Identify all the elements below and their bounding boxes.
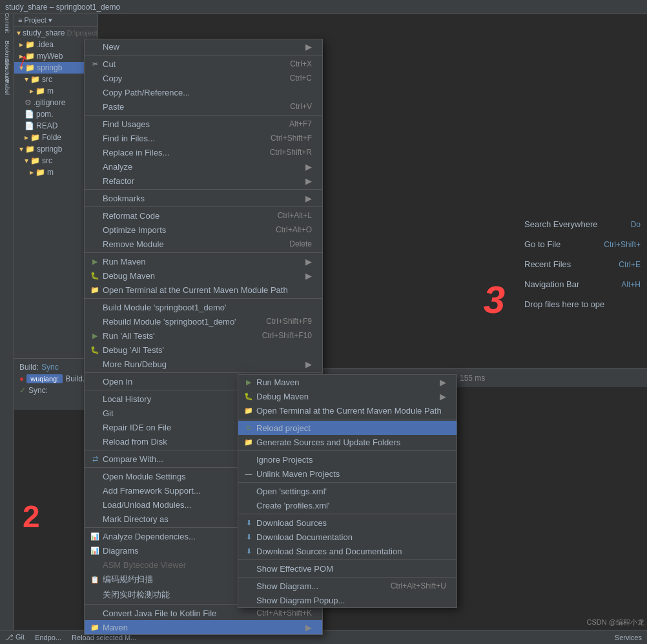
cut-shortcut: Ctrl+X — [290, 59, 312, 68]
submenu-reload-project[interactable]: ↻ Reload project — [238, 421, 457, 435]
menu-find-files[interactable]: Find in Files... Ctrl+Shift+F — [85, 131, 322, 145]
menu-reformat[interactable]: Reformat Code Ctrl+Alt+L — [85, 208, 322, 223]
submenu-show-diagram[interactable]: Show Diagram... Ctrl+Alt+Shift+U — [238, 579, 457, 593]
submenu-download-sources[interactable]: ⬇ Download Sources — [238, 516, 457, 530]
menu-debug-maven-label: Debug Maven — [103, 271, 300, 281]
submenu-show-diagram-popup[interactable]: Show Diagram Popup... — [238, 593, 457, 607]
submenu-download-docs[interactable]: ⬇ Download Documentation — [238, 530, 457, 544]
build-sync-label: Sync: — [28, 386, 48, 395]
menu-open-terminal-maven[interactable]: 📁 Open Terminal at the Current Maven Mod… — [85, 283, 322, 297]
run-all-tests-shortcut: Ctrl+Shift+F10 — [262, 331, 312, 340]
submenu-run-maven[interactable]: ▶ Run Maven ▶ — [238, 375, 457, 389]
menu-copy-path[interactable]: Copy Path/Reference... — [85, 85, 322, 99]
coding-scan-icon: 📋 — [90, 574, 100, 585]
menu-debug-all-tests[interactable]: 🐛 Debug 'All Tests' — [85, 343, 322, 357]
menu-refactor[interactable]: Refactor ▶ — [85, 174, 322, 188]
submenu-open-settings[interactable]: Open 'settings.xml' — [238, 484, 457, 498]
load-unload-icon — [90, 499, 100, 510]
shortcut-nav-key: Alt+H — [621, 280, 641, 289]
diagrams-icon: 📊 — [90, 545, 100, 556]
divider-4 — [85, 206, 322, 207]
submenu-ignore-projects[interactable]: Ignore Projects — [238, 452, 457, 467]
refactor-arrow: ▶ — [305, 176, 312, 186]
menu-optimize[interactable]: Optimize Imports Ctrl+Alt+O — [85, 223, 322, 237]
activity-jrebel[interactable]: JRebel — [1, 80, 13, 92]
submenu-show-diagram-popup-label: Show Diagram Popup... — [256, 596, 446, 605]
menu-paste[interactable]: Paste Ctrl+V — [85, 99, 322, 114]
menu-optimize-label: Optimize Imports — [103, 225, 265, 235]
add-framework-icon — [90, 485, 100, 496]
compare-with-icon: ⇄ — [90, 454, 100, 464]
copy-icon — [90, 73, 100, 83]
menu-maven[interactable]: 📁 Maven ▶ — [85, 620, 322, 634]
menu-run-all-tests[interactable]: ▶ Run 'All Tests' Ctrl+Shift+F10 — [85, 328, 322, 343]
submenu-debug-maven[interactable]: 🐛 Debug Maven ▶ — [238, 389, 457, 403]
menu-find-usages[interactable]: Find Usages Alt+F7 — [85, 117, 322, 131]
panel-header: ≡ Project ▾ — [14, 14, 98, 27]
shortcut-goto-file: Go to File Ctrl+Shift+ — [524, 239, 641, 249]
asm-icon — [90, 559, 100, 570]
divider-3 — [85, 189, 322, 190]
bookmarks-icon — [90, 193, 100, 203]
paste-shortcut: Ctrl+V — [290, 102, 312, 111]
submenu-show-diagram-shortcut: Ctrl+Alt+Shift+U — [391, 581, 446, 590]
submenu-download-both-icon: ⬇ — [243, 546, 254, 556]
menu-copy-path-label: Copy Path/Reference... — [103, 88, 312, 97]
activity-commit[interactable]: Commit — [1, 17, 13, 28]
status-services[interactable]: Services — [615, 634, 642, 641]
shortcut-goto-label: Go to File — [524, 239, 560, 249]
submenu-unlink-icon: — — [243, 468, 254, 479]
menu-bookmarks[interactable]: Bookmarks ▶ — [85, 191, 322, 205]
menu-copy[interactable]: Copy Ctrl+C — [85, 71, 322, 85]
submenu-open-terminal[interactable]: 📁 Open Terminal at the Current Maven Mod… — [238, 403, 457, 418]
copy-path-icon — [90, 87, 100, 97]
replace-files-icon — [90, 147, 100, 157]
disable-realtime-icon — [90, 590, 100, 600]
maven-icon: 📁 — [90, 622, 100, 632]
shortcut-goto-key: Ctrl+Shift+ — [604, 240, 641, 249]
submenu-download-sources-icon: ⬇ — [243, 518, 254, 528]
submenu-generate-label: Generate Sources and Update Folders — [256, 438, 446, 447]
submenu-unlink-maven[interactable]: — Unlink Maven Projects — [238, 467, 457, 481]
status-endpoints[interactable]: Endpo... — [35, 634, 61, 641]
maven-arrow: ▶ — [305, 623, 312, 632]
menu-more-run-debug[interactable]: More Run/Debug ▶ — [85, 357, 322, 371]
tree-root[interactable]: ▾ study_share D:\projects\study_share — [14, 27, 98, 39]
submenu-divider-4 — [238, 514, 457, 514]
submenu-show-effective-pom[interactable]: Show Effective POM — [238, 561, 457, 576]
menu-debug-maven[interactable]: 🐛 Debug Maven ▶ — [85, 268, 322, 283]
run-all-tests-icon: ▶ — [90, 330, 100, 341]
menu-rebuild-module-label: Rebuild Module 'springboot1_demo' — [103, 317, 256, 327]
menu-cut[interactable]: ✂ Cut Ctrl+X — [85, 57, 322, 71]
more-run-debug-icon — [90, 359, 100, 369]
menu-remove-module[interactable]: Remove Module Delete — [85, 237, 322, 251]
menu-analyze[interactable]: Analyze ▶ — [85, 159, 322, 174]
open-terminal-maven-icon: 📁 — [90, 285, 100, 295]
submenu-create-profiles[interactable]: Create 'profiles.xml' — [238, 498, 457, 512]
submenu-run-maven-icon: ▶ — [243, 377, 254, 387]
local-history-icon — [90, 394, 100, 404]
menu-new-label: New — [103, 42, 300, 52]
build-sync[interactable]: Sync — [41, 363, 59, 372]
activity-bar: Commit Bookmarks Structure JRebel — [0, 14, 14, 644]
menu-build-module[interactable]: Build Module 'springboot1_demo' — [85, 300, 322, 314]
menu-replace-files[interactable]: Replace in Files... Ctrl+Shift+R — [85, 145, 322, 159]
status-git[interactable]: ⎇ Git — [5, 633, 25, 641]
menu-new[interactable]: New ▶ — [85, 39, 322, 54]
shortcut-drop-files: Drop files here to ope — [524, 299, 641, 309]
submenu-show-effective-label: Show Effective POM — [256, 564, 446, 574]
submenu-generate-sources[interactable]: 📁 Generate Sources and Update Folders — [238, 435, 457, 449]
submenu-divider-5 — [238, 559, 457, 560]
menu-run-maven[interactable]: ▶ Run Maven ▶ — [85, 254, 322, 268]
submenu-download-both[interactable]: ⬇ Download Sources and Documentation — [238, 544, 457, 558]
menu-convert-kotlin[interactable]: Convert Java File to Kotlin File Ctrl+Al… — [85, 606, 322, 620]
menu-rebuild-module[interactable]: Rebuild Module 'springboot1_demo' Ctrl+S… — [85, 314, 322, 328]
divider-5 — [85, 252, 322, 253]
shortcut-drop-label: Drop files here to ope — [524, 299, 604, 309]
mark-directory-icon — [90, 514, 100, 524]
menu-remove-module-label: Remove Module — [103, 239, 279, 249]
activity-structure[interactable]: Structure — [1, 65, 13, 76]
submenu-run-maven-label: Run Maven — [256, 377, 435, 387]
submenu-download-both-label: Download Sources and Documentation — [256, 547, 446, 556]
reformat-icon — [90, 210, 100, 221]
